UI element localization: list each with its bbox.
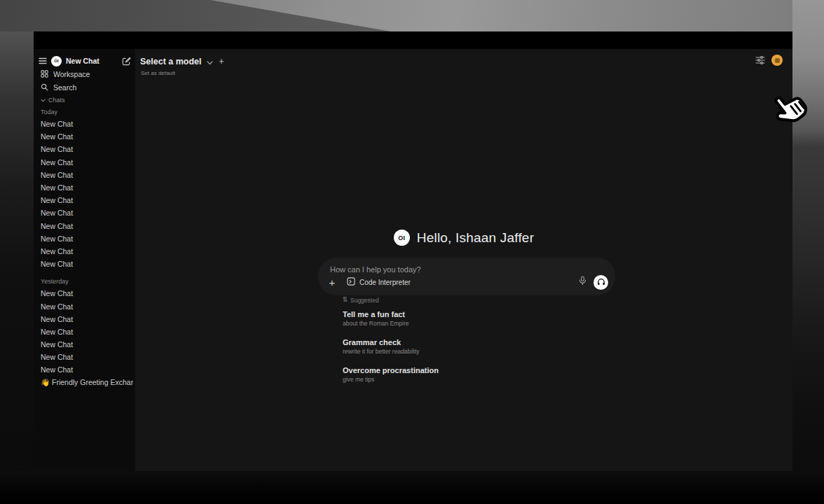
microphone-icon[interactable] [579, 276, 586, 288]
sidebar-item-label: Workspace [53, 70, 90, 78]
app-logo: OI [394, 230, 410, 246]
chat-list-item[interactable]: New Chat [40, 245, 133, 258]
chat-list-item[interactable]: New Chat [40, 232, 133, 245]
desktop-stage: OI New Chat Workspace Search [0, 0, 824, 504]
chat-list-item[interactable]: New Chat [40, 300, 133, 312]
chat-list-item[interactable]: New Chat [40, 130, 133, 143]
chat-list-item[interactable]: New Chat [40, 156, 133, 169]
new-chat-icon[interactable] [122, 57, 131, 66]
chat-list-item[interactable]: New Chat [40, 351, 133, 363]
chat-groups: TodayNew ChatNew ChatNew ChatNew ChatNew… [40, 106, 133, 389]
suggested-prompt-title: Grammar check [343, 337, 620, 347]
chat-list-item[interactable]: New Chat [40, 194, 133, 206]
model-selector[interactable]: Select a model + [140, 55, 226, 68]
sidebar: OI New Chat Workspace Search [34, 49, 135, 471]
chevron-down-icon [41, 97, 46, 104]
attach-plus-button[interactable]: + [326, 277, 338, 288]
controls-sliders-icon[interactable] [755, 56, 765, 64]
greeting-row: OI Hello, Ishaan Jaffer [135, 230, 792, 246]
sidebar-item-label: Search [53, 83, 76, 92]
suggested-prompt-subtitle: give me tips [343, 375, 620, 384]
sidebar-item-workspace[interactable]: Workspace [39, 68, 131, 80]
suggested-prompt-subtitle: rewrite it for better readability [343, 347, 620, 356]
code-interpreter-icon [347, 277, 355, 287]
input-toolbar: + Code Interpreter [326, 274, 608, 290]
chat-list-item[interactable]: 👋 Friendly Greeting Exchange [40, 377, 133, 389]
chats-section-label: Chats [48, 97, 65, 104]
suggested-prompt-subtitle: about the Roman Empire [343, 319, 620, 328]
chat-list-item[interactable]: New Chat [40, 206, 133, 219]
suggested-label-row: Suggested [343, 296, 379, 304]
chat-list-item[interactable]: New Chat [40, 287, 133, 300]
chat-list-item[interactable]: New Chat [40, 258, 133, 270]
greeting-text: Hello, Ishaan Jaffer [417, 230, 534, 246]
sidebar-toggle-icon[interactable] [39, 57, 47, 64]
workspace-grid-icon [41, 70, 48, 79]
headphones-icon [597, 276, 605, 288]
suggested-prompt-title: Overcome procrastination [343, 365, 620, 375]
user-avatar[interactable] [771, 55, 783, 66]
code-interpreter-label: Code Interpreter [359, 279, 411, 286]
sidebar-title: New Chat [66, 57, 118, 65]
chats-section-toggle[interactable]: Chats [41, 95, 65, 105]
background-bottom-band [0, 471, 824, 504]
chat-list-item[interactable]: New Chat [40, 338, 133, 351]
search-icon [41, 83, 48, 92]
chat-list-item[interactable]: New Chat [40, 118, 133, 130]
suggested-prompt[interactable]: Tell me a fun factabout the Roman Empire [341, 307, 622, 330]
swap-arrows-icon [343, 296, 348, 304]
header-right-controls [755, 55, 783, 66]
chat-list-item[interactable]: New Chat [40, 326, 133, 338]
chat-list-item[interactable]: New Chat [40, 313, 133, 326]
chevron-down-icon [207, 55, 213, 68]
chat-group-label: Yesterday [40, 276, 133, 287]
sidebar-item-search[interactable]: Search [39, 81, 131, 94]
set-as-default-button[interactable]: Set as default [141, 70, 175, 76]
chat-group-label: Today [40, 106, 133, 118]
suggested-prompt-title: Tell me a fun fact [343, 309, 620, 319]
suggestions-list: Tell me a fun factabout the Roman Empire… [341, 307, 622, 391]
model-selector-label: Select a model [140, 57, 202, 66]
suggested-prompt[interactable]: Overcome procrastinationgive me tips [341, 363, 622, 386]
chat-list-item[interactable]: New Chat [40, 363, 133, 376]
app-logo: OI [51, 56, 62, 66]
add-model-button[interactable]: + [218, 57, 226, 66]
suggested-label: Suggested [350, 297, 379, 304]
suggested-prompt[interactable]: Grammar checkrewrite it for better reada… [341, 335, 622, 358]
main-area: Select a model + Set as default OI Hello… [135, 49, 792, 471]
sidebar-header: OI New Chat [39, 54, 131, 68]
chat-list-item[interactable]: New Chat [40, 169, 133, 181]
chat-list-item[interactable]: New Chat [40, 143, 133, 155]
code-interpreter-toggle[interactable]: Code Interpreter [347, 277, 411, 287]
chat-list-item[interactable]: New Chat [40, 220, 133, 232]
chat-input-card: + Code Interpreter [319, 258, 614, 295]
app-window: OI New Chat Workspace Search [34, 31, 792, 471]
background-right-band [792, 0, 824, 504]
background-left-band [0, 31, 34, 471]
voice-call-button[interactable] [593, 275, 608, 290]
chat-list-item[interactable]: New Chat [40, 181, 133, 194]
